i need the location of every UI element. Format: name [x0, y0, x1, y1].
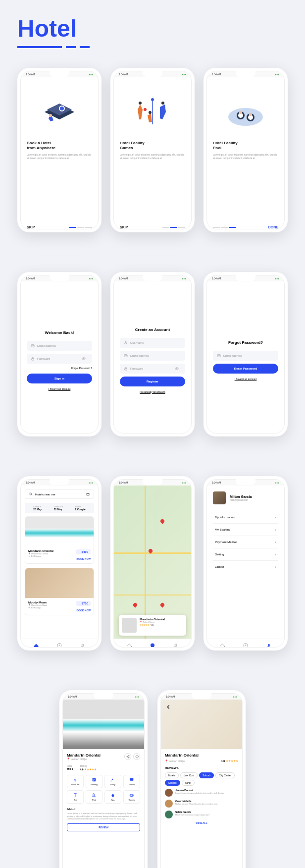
tag-citycenter[interactable]: City Center: [215, 772, 235, 778]
phone-profile: 1:34 AM●●● Milton Garciamila@gmail.com M…: [203, 476, 288, 651]
reviewer-avatar: [165, 800, 173, 808]
hotel-location: 📍 London bridge: [67, 758, 101, 760]
menu-setting[interactable]: Setting›: [213, 548, 278, 561]
home-icon[interactable]: [126, 643, 132, 648]
phone-signup: 1:34 AM●●● Create an Account Username Em…: [110, 272, 195, 436]
svg-point-22: [176, 368, 177, 369]
tag-other[interactable]: Other: [182, 780, 195, 786]
favorite-button[interactable]: [133, 753, 140, 760]
amenity-item[interactable]: Theater: [123, 775, 140, 788]
hotel-name: Mandarin Oriental: [67, 753, 101, 758]
back-icon[interactable]: [165, 704, 172, 710]
amenity-item[interactable]: PParking: [86, 775, 102, 788]
amenity-item[interactable]: Bar: [67, 790, 84, 804]
filter-bar[interactable]: Check in28 May Check out31 May Person2 C…: [25, 503, 94, 513]
username-field[interactable]: Username: [120, 338, 185, 348]
pool-icon: [92, 793, 97, 798]
eye-icon[interactable]: [175, 367, 179, 371]
page-title: Hotel: [17, 15, 288, 42]
map-icon[interactable]: [150, 643, 155, 648]
reviewer-avatar: [165, 789, 173, 797]
password-field[interactable]: Password: [27, 354, 92, 364]
profile-icon[interactable]: [266, 643, 272, 648]
map-pin[interactable]: [149, 549, 153, 554]
tag-lowcost[interactable]: Low Cost: [180, 772, 198, 778]
svg-point-29: [245, 645, 246, 646]
profile-icon[interactable]: [80, 643, 86, 648]
review-button[interactable]: REVIEW: [67, 823, 140, 831]
amenity-item[interactable]: Pool: [86, 790, 102, 804]
map-pin[interactable]: [160, 519, 165, 524]
user-icon: [124, 341, 128, 345]
onboard-title: Hotel FacilityGames: [120, 141, 185, 151]
avatar[interactable]: [213, 491, 226, 504]
dollar-icon: $: [73, 777, 78, 782]
email-field[interactable]: Email address: [27, 341, 92, 351]
lock-icon: [31, 357, 35, 361]
hotel-card[interactable]: Moody Moon📍 Duck Creek Road★ 4.8 Ratings…: [25, 568, 94, 615]
amenity-item[interactable]: $Low Cost: [67, 775, 84, 788]
mail-icon: [217, 354, 221, 358]
no-account-link[interactable]: I haven't an account: [213, 378, 278, 380]
skip-button[interactable]: SKIP: [120, 225, 128, 229]
reset-button[interactable]: Reset Password: [213, 364, 278, 374]
svg-point-9: [228, 108, 263, 126]
signin-button[interactable]: Sign in: [27, 374, 92, 383]
tag-hotels[interactable]: Hotels: [165, 772, 179, 778]
onboard-illustration-pool: [213, 87, 278, 137]
have-account-link[interactable]: I've already an account: [120, 390, 185, 393]
search-input[interactable]: Hotels near me: [25, 489, 94, 499]
profile-icon[interactable]: [173, 643, 179, 648]
tag-service[interactable]: Service: [165, 780, 180, 786]
menu-payment-method[interactable]: Payment Method›: [213, 536, 278, 548]
amenity-item[interactable]: Party: [104, 775, 121, 788]
signin-heading: Welcome Back!: [27, 330, 92, 335]
no-account-link[interactable]: I haven't an account: [27, 387, 92, 390]
onboard-illustration-laptop: [27, 87, 92, 137]
email-field[interactable]: Email address: [213, 351, 278, 361]
email-field[interactable]: Email address: [120, 351, 185, 361]
price-badge: $400: [76, 549, 91, 554]
map-icon[interactable]: [243, 643, 249, 648]
svg-point-5: [144, 108, 147, 111]
onboard-illustration-games: [120, 87, 185, 137]
bottom-nav: [21, 639, 98, 648]
map-icon[interactable]: [56, 643, 62, 648]
map-hotel-card[interactable]: Mandarin Oriental📍 Oxford Street★★★★★ 4.…: [119, 615, 186, 636]
hotel-card[interactable]: Mandarin Oriental📍 Marlenniel, London★ 4…: [25, 516, 94, 564]
done-button[interactable]: DONE: [268, 225, 278, 229]
svg-point-26: [59, 645, 60, 646]
menu-my-information[interactable]: My Information›: [213, 511, 278, 524]
book-button[interactable]: BOOK NOW: [76, 609, 91, 612]
forgot-link[interactable]: Forgot Password ?: [27, 367, 92, 370]
skip-button[interactable]: SKIP: [27, 225, 35, 229]
home-icon[interactable]: [219, 643, 225, 648]
home-icon[interactable]: [33, 643, 39, 648]
register-button[interactable]: Register: [120, 377, 185, 386]
map-pin[interactable]: [133, 603, 138, 608]
map-pin[interactable]: [160, 603, 165, 608]
calendar-icon[interactable]: [86, 492, 90, 496]
share-button[interactable]: [124, 753, 131, 760]
menu-my-booking[interactable]: My Booking›: [213, 524, 278, 536]
view-all-button[interactable]: VIEW ALL: [165, 821, 238, 824]
onboard-title: Book a Hotelfrom Anywhere: [27, 141, 92, 151]
menu-logout[interactable]: Logout›: [213, 561, 278, 573]
games-icon: [129, 793, 134, 798]
password-field[interactable]: Password: [120, 364, 185, 374]
svg-point-28: [175, 644, 177, 646]
svg-point-27: [82, 644, 84, 646]
amenity-item[interactable]: Spa: [104, 790, 121, 804]
share-icon: [126, 755, 130, 759]
svg-text:$: $: [74, 778, 77, 782]
tag-suburb[interactable]: Suburb: [199, 772, 214, 778]
party-icon: [110, 777, 115, 782]
map-view[interactable]: Mandarin Oriental📍 Oxford Street★★★★★ 4.…: [114, 486, 191, 648]
progress-indicator: [213, 227, 236, 228]
book-button[interactable]: BOOK NOW: [76, 557, 91, 560]
review-item: Omer NicholsNullam dictum. Phasellus int…: [165, 800, 238, 808]
svg-rect-37: [130, 778, 134, 781]
svg-rect-17: [32, 358, 34, 360]
amenity-item[interactable]: Games: [123, 790, 140, 804]
eye-icon[interactable]: [82, 357, 86, 361]
